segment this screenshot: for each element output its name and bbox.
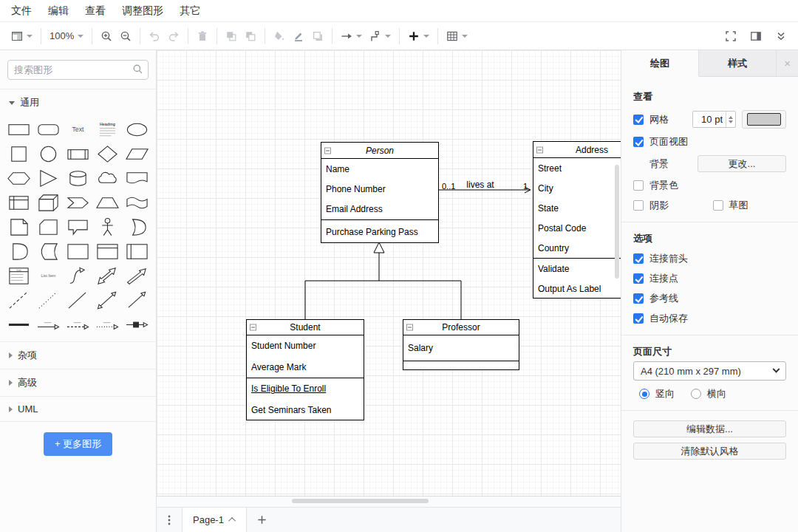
shadow-checkbox[interactable] xyxy=(633,200,644,211)
shape-container-vertical-icon[interactable] xyxy=(122,239,151,264)
sidebar-section-misc[interactable]: 杂项 xyxy=(0,341,156,369)
shape-cube-icon[interactable] xyxy=(34,191,64,215)
shape-dashed-line-icon[interactable] xyxy=(4,288,34,313)
attribute-row[interactable]: Student Number xyxy=(247,335,364,357)
shape-dotted-arrow-label-icon[interactable] xyxy=(92,313,122,337)
to-front-button[interactable] xyxy=(222,27,241,45)
shape-cylinder-icon[interactable] xyxy=(64,166,93,191)
shape-or-icon[interactable] xyxy=(122,215,151,239)
method-row[interactable]: Output As Label xyxy=(533,279,621,299)
method-row[interactable]: Get Seminars Taken xyxy=(247,400,364,421)
more-shapes-button[interactable]: + 更多图形 xyxy=(44,432,112,456)
redo-button[interactable] xyxy=(164,27,183,45)
attribute-row[interactable]: State xyxy=(533,198,621,218)
to-back-button[interactable] xyxy=(241,27,260,45)
pages-menu-button[interactable] xyxy=(157,508,182,532)
uml-class-person[interactable]: PersonNamePhone NumberEmail AddressPurch… xyxy=(321,142,439,243)
shape-arrow-icon[interactable] xyxy=(122,264,151,288)
menu-edit[interactable]: 编辑 xyxy=(40,0,77,22)
drawing-canvas[interactable]: PersonNamePhone NumberEmail AddressPurch… xyxy=(157,50,621,507)
shape-document-icon[interactable] xyxy=(122,166,151,191)
fullscreen-button[interactable] xyxy=(721,27,740,45)
association-label[interactable]: lives at xyxy=(466,180,494,190)
shape-diamond-icon[interactable] xyxy=(92,142,122,166)
shape-directional-connector-icon[interactable] xyxy=(122,288,151,313)
insert-button[interactable] xyxy=(404,27,433,45)
attribute-row[interactable]: Average Mark xyxy=(247,357,364,378)
shape-text-icon[interactable]: Text xyxy=(64,117,93,142)
attribute-row[interactable]: Country xyxy=(533,238,621,258)
shape-arrow-label-icon[interactable] xyxy=(34,313,64,337)
collapse-toolbar-button[interactable] xyxy=(771,27,791,45)
attribute-row[interactable]: Postal Code xyxy=(533,218,621,238)
connection-arrow-button[interactable] xyxy=(337,27,366,45)
method-row[interactable]: Validate xyxy=(533,259,621,279)
option-checkbox-2[interactable] xyxy=(633,293,644,304)
menu-extras[interactable]: 其它 xyxy=(171,0,208,22)
shape-rounded-rectangle-icon[interactable] xyxy=(34,117,64,142)
stepper-up-icon[interactable] xyxy=(729,116,733,119)
page-view-checkbox[interactable] xyxy=(633,137,644,147)
portrait-radio[interactable] xyxy=(639,389,649,399)
source-multiplicity-label[interactable]: 0..1 xyxy=(442,182,455,191)
menu-file[interactable]: 文件 xyxy=(3,0,40,22)
shape-trapezoid-icon[interactable] xyxy=(92,191,122,215)
sidebar-section-general[interactable]: 通用 xyxy=(0,89,156,116)
background-color-checkbox[interactable] xyxy=(633,180,644,191)
method-row[interactable]: Purchase Parking Pass xyxy=(321,220,438,243)
grid-checkbox[interactable] xyxy=(633,115,644,125)
shape-callout-icon[interactable] xyxy=(64,215,93,239)
shape-parallelogram-icon[interactable] xyxy=(122,142,151,166)
vertical-scrollbar[interactable] xyxy=(615,165,619,279)
zoom-out-button[interactable] xyxy=(116,27,135,45)
grid-size-input[interactable] xyxy=(693,112,726,127)
option-checkbox-3[interactable] xyxy=(633,313,644,324)
edit-data-button[interactable]: 编辑数据... xyxy=(633,420,786,437)
waypoint-button[interactable] xyxy=(366,27,395,45)
tab-style[interactable]: 样式 xyxy=(699,50,777,76)
menu-arrange[interactable]: 调整图形 xyxy=(114,0,171,22)
shape-actor-icon[interactable] xyxy=(92,215,122,239)
add-page-button[interactable] xyxy=(247,508,278,532)
line-color-button[interactable] xyxy=(289,27,308,45)
method-row[interactable]: Is Eligible To Enroll xyxy=(247,378,364,400)
change-background-button[interactable]: 更改... xyxy=(698,155,786,172)
attribute-row[interactable]: City xyxy=(533,178,621,198)
collapse-icon[interactable] xyxy=(250,324,256,331)
shape-container-icon[interactable] xyxy=(64,239,93,264)
shape-line-icon[interactable] xyxy=(64,288,93,313)
shape-note-icon[interactable] xyxy=(4,215,34,239)
page-tab[interactable]: Page-1 xyxy=(182,508,247,532)
attribute-row[interactable]: Street xyxy=(533,158,621,178)
collapse-icon[interactable] xyxy=(324,147,331,154)
shape-connector-box-icon[interactable] xyxy=(122,313,151,337)
shape-dashed-arrow-label-icon[interactable] xyxy=(64,313,93,337)
shape-circle-icon[interactable] xyxy=(34,142,64,166)
target-multiplicity-label[interactable]: 1 xyxy=(523,182,528,191)
attribute-row[interactable]: Email Address xyxy=(321,200,438,219)
shape-and-icon[interactable] xyxy=(4,239,34,264)
sketch-checkbox[interactable] xyxy=(713,200,723,211)
option-checkbox-0[interactable] xyxy=(633,253,644,264)
stepper-down-icon[interactable] xyxy=(729,120,733,123)
shape-card-icon[interactable] xyxy=(34,215,64,239)
zoom-in-button[interactable] xyxy=(97,27,116,45)
shape-list-item-icon[interactable]: List Item xyxy=(34,264,64,288)
shape-process-icon[interactable] xyxy=(64,142,93,166)
grid-color-button[interactable] xyxy=(742,110,786,129)
shape-square-icon[interactable] xyxy=(4,142,34,166)
collapse-icon[interactable] xyxy=(536,146,543,153)
attribute-row[interactable]: Salary xyxy=(403,335,519,361)
shape-data-storage-icon[interactable] xyxy=(34,239,64,264)
clear-default-style-button[interactable]: 清除默认风格 xyxy=(633,443,786,460)
attribute-row[interactable]: Name xyxy=(321,159,438,179)
shape-internal-storage-icon[interactable] xyxy=(4,191,34,215)
option-checkbox-1[interactable] xyxy=(633,273,644,284)
menu-view[interactable]: 查看 xyxy=(77,0,114,22)
shape-hexagon-icon[interactable] xyxy=(4,166,34,191)
zoom-level-button[interactable]: 100% xyxy=(46,27,87,44)
shape-curve-icon[interactable] xyxy=(64,264,93,288)
sidebar-section-advanced[interactable]: 高级 xyxy=(0,369,156,396)
uml-class-professor[interactable]: ProfessorSalary xyxy=(403,319,519,370)
shape-textbox-icon[interactable]: Heading xyxy=(92,117,122,142)
